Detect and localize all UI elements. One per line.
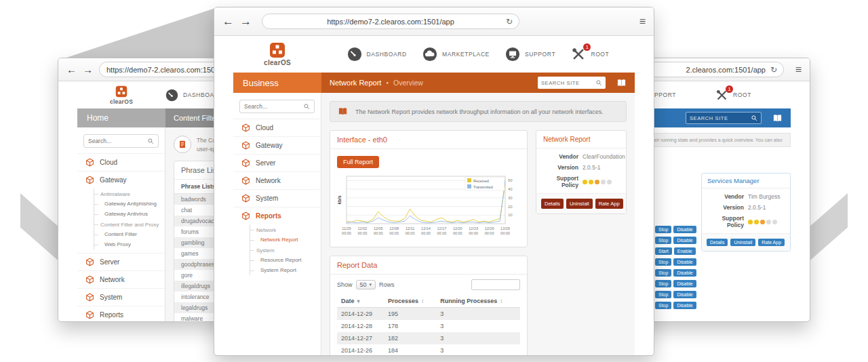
service-disable-button[interactable]: Disable <box>673 237 696 244</box>
uninstall-button[interactable]: Uninstall <box>566 199 593 209</box>
service-action-row: StopDisable <box>655 291 696 298</box>
rate-app-button[interactable]: Rate App <box>758 239 785 246</box>
sidebar-item-cloud[interactable]: Cloud <box>233 119 321 136</box>
uninstall-button[interactable]: Uninstall <box>730 239 755 246</box>
forward-icon[interactable]: → <box>83 64 93 75</box>
details-button[interactable]: Details <box>707 239 728 246</box>
app-panel-title: Services Manager <box>702 174 790 188</box>
subtree-item-web-proxy[interactable]: Web Proxy <box>94 239 165 249</box>
user-guide-icon[interactable] <box>616 78 627 88</box>
reload-icon[interactable]: ↻ <box>506 17 513 26</box>
service-stop-button[interactable]: Stop <box>655 237 671 244</box>
subtree-item-system-report[interactable]: System Report <box>250 265 321 275</box>
svg-text:30: 30 <box>508 196 513 200</box>
table-cell: 3 <box>436 332 520 344</box>
back-icon[interactable]: ← <box>222 16 234 27</box>
sidebar-search-input[interactable] <box>244 103 303 110</box>
sidebar-item-label: Reports <box>256 212 281 220</box>
service-stop-button[interactable]: Stop <box>655 291 671 298</box>
menu-icon[interactable]: ≡ <box>639 16 646 28</box>
reload-icon[interactable]: ↻ <box>770 65 777 75</box>
sidebar-item-gateway[interactable]: Gateway <box>233 136 321 154</box>
nav-item-support[interactable]: SUPPORT <box>505 47 555 62</box>
rate-app-button[interactable]: Rate App <box>595 199 623 209</box>
field-row: Version2.0.5-1 <box>536 162 626 173</box>
service-disable-button[interactable]: Disable <box>673 291 696 298</box>
nav-item-root[interactable]: 1ROOT <box>571 47 609 62</box>
support-dot <box>754 220 759 224</box>
field-value: ClearFoundation <box>583 153 622 160</box>
subtree-item-resource-report[interactable]: Resource Report <box>250 255 321 265</box>
center-top-nav: DASHBOARDMARKETPLACESUPPORT1ROOT <box>321 36 635 73</box>
sidebar-item-reports[interactable]: Reports <box>77 306 165 322</box>
column-header-processes[interactable]: Processes↕ <box>384 295 436 308</box>
sidebar-item-server[interactable]: Server <box>233 154 321 172</box>
table-filter-input[interactable] <box>471 279 520 290</box>
service-disable-button[interactable]: Disable <box>673 226 696 233</box>
menu-icon[interactable]: ≡ <box>795 64 802 76</box>
subtree-item-gateway-antivirus[interactable]: Gateway Antivirus <box>94 209 165 219</box>
service-stop-button[interactable]: Stop <box>655 226 671 233</box>
sidebar-item-label: Reports <box>100 311 123 319</box>
column-header-date[interactable]: Date▾ <box>337 295 384 308</box>
forward-icon[interactable]: → <box>240 16 252 27</box>
service-disable-button[interactable]: Disable <box>673 269 696 277</box>
service-disable-button[interactable]: Disable <box>673 280 696 287</box>
sidebar-search[interactable] <box>239 100 315 113</box>
sidebar-item-system[interactable]: System <box>233 189 321 207</box>
nav-item-marketplace[interactable]: MARKETPLACE <box>422 47 490 62</box>
details-button[interactable]: Details <box>541 199 564 209</box>
site-search[interactable] <box>538 77 606 89</box>
subtree-item-gateway-antiphishing[interactable]: Gateway Antiphishing <box>94 199 165 209</box>
clearos-logo[interactable]: clearOS <box>77 81 165 108</box>
nav-item-root[interactable]: 1ROOT <box>715 89 751 102</box>
site-search[interactable] <box>686 112 762 124</box>
service-enable-button[interactable]: Enable <box>674 247 696 255</box>
cube-icon <box>241 141 250 150</box>
subtree-item-content-filter[interactable]: Content Filter <box>94 229 165 239</box>
field-row: Version2.0.5-1 <box>702 202 790 213</box>
sidebar-item-system[interactable]: System <box>77 288 165 306</box>
service-disable-button[interactable]: Disable <box>673 302 696 309</box>
service-stop-button[interactable]: Stop <box>655 258 671 266</box>
field-value: 2.0.5-1 <box>583 164 600 171</box>
service-disable-button[interactable]: Disable <box>673 258 696 266</box>
service-stop-button[interactable]: Stop <box>655 302 671 309</box>
sidebar-item-server[interactable]: Server <box>77 253 165 270</box>
svg-text:00:00: 00:00 <box>453 231 462 235</box>
site-search-input[interactable] <box>690 115 749 121</box>
app-panel-fields: VendorTim BurgessVersion2.0.5-1Support P… <box>702 188 790 233</box>
clearos-logo[interactable]: clearOS <box>233 36 321 73</box>
sidebar-search[interactable] <box>83 134 159 148</box>
center-content: The Network Report provides network thro… <box>321 93 635 356</box>
field-label: Vendor <box>540 153 583 160</box>
table-row: 2014-12-281783 <box>337 320 520 332</box>
column-header-running-processes[interactable]: Running Processes↕ <box>436 295 520 308</box>
page-size-select[interactable]: 50 ▾ <box>356 280 376 289</box>
url-bar[interactable]: https://demo7-2.clearos.com:1501/app ↻ <box>262 14 519 29</box>
center-browser-window: ← → https://demo7-2.clearos.com:1501/app… <box>214 7 654 356</box>
user-guide-icon[interactable] <box>772 113 783 123</box>
sidebar-item-network[interactable]: Network <box>233 172 321 189</box>
table-row: 2014-12-291953 <box>337 308 520 321</box>
sidebar-item-cloud[interactable]: Cloud <box>77 153 165 171</box>
table-cell: 182 <box>384 332 436 344</box>
service-stop-button[interactable]: Stop <box>655 269 671 277</box>
panels-row: Interface - eth0 Full Report 10203040501… <box>330 130 627 247</box>
support-dot <box>766 220 771 224</box>
sidebar-item-reports[interactable]: Reports <box>233 207 321 224</box>
subtree-item-network-report[interactable]: Network Report <box>250 235 321 245</box>
nav-item-dashboard[interactable]: DASHBOARD <box>347 47 407 62</box>
full-report-button[interactable]: Full Report <box>337 156 379 168</box>
sidebar-item-network[interactable]: Network <box>77 270 165 288</box>
table-cell: 2014-12-28 <box>337 320 384 332</box>
back-icon[interactable]: ← <box>66 64 77 75</box>
edition-label: Home <box>77 108 165 127</box>
service-start-button[interactable]: Start <box>655 247 672 255</box>
site-search-input[interactable] <box>541 80 593 86</box>
sort-icon: ↕ <box>500 298 502 304</box>
sidebar-item-gateway[interactable]: Gateway <box>77 171 165 188</box>
support-dot <box>748 220 753 224</box>
sidebar-search-input[interactable] <box>88 138 147 144</box>
service-stop-button[interactable]: Stop <box>655 280 671 287</box>
